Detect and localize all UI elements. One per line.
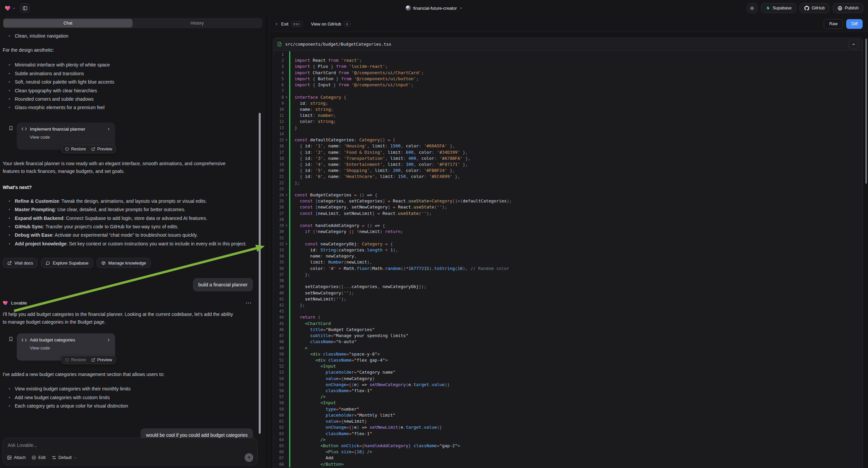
diff-toggle-button[interactable]: Diff bbox=[846, 19, 863, 29]
lovable-app-window: financial-future-creator Supabase GitHub… bbox=[0, 0, 868, 468]
bookmark-icon[interactable] bbox=[8, 336, 13, 342]
fold-chevron-icon[interactable]: ∨ bbox=[284, 192, 289, 198]
project-switcher[interactable]: financial-future-creator bbox=[405, 0, 462, 16]
settings-gear-icon bbox=[750, 6, 754, 11]
bookmark-icon[interactable] bbox=[8, 125, 13, 131]
supabase-button[interactable]: Supabase bbox=[761, 3, 796, 13]
toggle-sidebar-button[interactable] bbox=[20, 3, 30, 13]
github-label: GitHub bbox=[812, 6, 825, 10]
fold-chevron-icon[interactable]: ∨ bbox=[284, 223, 289, 229]
fold-spacer bbox=[284, 118, 289, 124]
code-line: 61 value={newLimit} bbox=[273, 418, 863, 425]
fold-spacer bbox=[284, 277, 289, 284]
list-item: Expand with Backend: Connect Supabase to… bbox=[3, 214, 253, 222]
line-number: 49 bbox=[273, 345, 284, 351]
code-line: 3import { Plus } from 'lucide-react'; bbox=[273, 63, 863, 69]
collapse-file-button[interactable] bbox=[848, 39, 859, 49]
code-line: 17 { id: '2', name: 'Food & Dining', lim… bbox=[273, 149, 863, 155]
chevron-right-icon bbox=[107, 338, 111, 342]
fold-spacer bbox=[284, 174, 289, 180]
line-number: 5 bbox=[273, 76, 284, 82]
code-line: 31 bbox=[273, 235, 863, 241]
code-line: 6import { Input } from '@/components/ui/… bbox=[273, 82, 863, 88]
version-card-implement-financial-planner[interactable]: Implement financial planner View code Re… bbox=[17, 122, 115, 150]
more-options-button[interactable] bbox=[244, 301, 253, 305]
line-number: 12 bbox=[273, 118, 284, 124]
external-link-icon bbox=[91, 147, 95, 151]
code-line: 50 <div className="space-y-6"> bbox=[273, 351, 863, 357]
file-diff-card: src/components/budget/BudgetCategories.t… bbox=[273, 38, 863, 468]
line-number: 24 bbox=[273, 192, 284, 198]
version-title: Add budget categories bbox=[30, 338, 104, 343]
lovable-logo-menu[interactable] bbox=[5, 5, 16, 11]
settings-button[interactable] bbox=[747, 3, 757, 13]
view-code-link[interactable]: View code bbox=[30, 135, 111, 140]
tab-history[interactable]: History bbox=[132, 19, 262, 28]
code-line: 10 name: string; bbox=[273, 107, 863, 113]
code-line: 1 bbox=[273, 51, 863, 57]
list-item: Glass-morphic elements for a premium fee… bbox=[3, 104, 253, 111]
line-number: 62 bbox=[273, 425, 284, 430]
github-icon bbox=[804, 6, 809, 11]
line-number: 20 bbox=[273, 168, 284, 174]
code-line: 66 <Plus size={16} /> bbox=[273, 449, 863, 455]
line-number: 63 bbox=[273, 431, 284, 437]
view-on-github-button[interactable]: View on GitHub G bbox=[311, 21, 351, 27]
fold-chevron-icon[interactable]: ∨ bbox=[284, 241, 289, 247]
line-number: 58 bbox=[273, 400, 284, 406]
file-path: src/components/budget/BudgetCategories.t… bbox=[285, 41, 845, 47]
list-item: Add project knowledge: Set key context o… bbox=[3, 240, 253, 247]
fold-spacer bbox=[284, 290, 289, 296]
fold-spacer bbox=[284, 412, 289, 418]
tab-chat[interactable]: Chat bbox=[3, 19, 132, 28]
restore-icon bbox=[65, 147, 69, 151]
preview-button[interactable]: Preview bbox=[91, 147, 112, 151]
code-line: 21 { id: '6', name: 'Healthcare', limit:… bbox=[273, 174, 863, 180]
code-line: 45 <ChartCard bbox=[273, 321, 863, 327]
attach-button[interactable]: Attach bbox=[7, 455, 26, 460]
chat-bubble-icon bbox=[45, 261, 50, 265]
publish-button[interactable]: Publish bbox=[833, 3, 863, 13]
view-code-link[interactable]: View code bbox=[30, 346, 111, 351]
chat-input[interactable] bbox=[8, 442, 253, 448]
fold-spacer bbox=[284, 143, 289, 149]
line-number: 50 bbox=[273, 351, 284, 357]
fold-spacer bbox=[284, 210, 289, 216]
line-number: 51 bbox=[273, 357, 284, 363]
line-number: 8 bbox=[273, 94, 284, 100]
raw-toggle-button[interactable]: Raw bbox=[824, 19, 843, 29]
code-line: 58 <Input bbox=[273, 400, 863, 406]
version-card-add-budget-categories[interactable]: Add budget categories View code Restore … bbox=[17, 333, 115, 360]
restore-button[interactable]: Restore bbox=[65, 147, 86, 151]
restore-button[interactable]: Restore bbox=[65, 357, 86, 362]
preview-button[interactable]: Preview bbox=[91, 357, 112, 362]
fold-spacer bbox=[284, 63, 289, 69]
manage-knowledge-button[interactable]: Manage knowledge bbox=[97, 258, 151, 268]
code-scrollbar[interactable] bbox=[865, 39, 867, 184]
line-number: 52 bbox=[273, 363, 284, 369]
code-line: 48 className="h-auto" bbox=[273, 339, 863, 345]
code-line: 2import React from 'react'; bbox=[273, 57, 863, 63]
send-button[interactable] bbox=[245, 453, 253, 462]
explore-supabase-button[interactable]: Explore Supabase bbox=[41, 258, 93, 268]
code-line: 33 id: String(categories.length + 1), bbox=[273, 247, 863, 253]
code-line: 56 className="flex-1" bbox=[273, 388, 863, 394]
fold-spacer bbox=[284, 394, 289, 400]
sliders-icon bbox=[52, 455, 56, 460]
chat-scrollbar[interactable] bbox=[259, 113, 261, 434]
edit-mode-button[interactable]: Edit bbox=[32, 455, 45, 460]
visit-docs-button[interactable]: Visit docs bbox=[3, 258, 38, 268]
supabase-icon bbox=[766, 6, 770, 10]
code-line: 49 > bbox=[273, 345, 863, 351]
exit-button[interactable]: Exit ESC bbox=[275, 21, 302, 27]
code-line: 64 /> bbox=[273, 437, 863, 443]
fold-chevron-icon[interactable]: ∨ bbox=[284, 137, 289, 143]
github-button[interactable]: GitHub bbox=[800, 3, 829, 13]
sidebar-panel-icon bbox=[23, 6, 28, 11]
fold-chevron-icon[interactable]: ∨ bbox=[284, 94, 289, 100]
mode-selector[interactable]: Default bbox=[52, 455, 77, 460]
project-icon bbox=[405, 5, 411, 11]
quick-actions: Visit docs Explore Supabase Manage knowl… bbox=[3, 258, 253, 268]
code-line: 54 value={newCategory} bbox=[273, 376, 863, 382]
fold-spacer bbox=[284, 57, 289, 63]
